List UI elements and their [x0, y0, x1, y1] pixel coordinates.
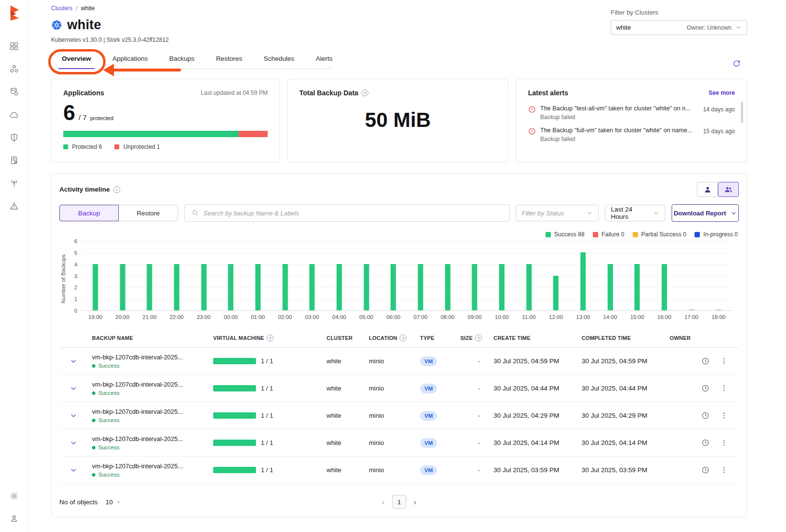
- backup-name[interactable]: vm-bkp-1207cdb-interval-2025...: [92, 435, 210, 443]
- clock-icon[interactable]: [701, 466, 710, 474]
- backup-count-bar[interactable]: [689, 309, 694, 310]
- kebab-menu-icon[interactable]: [720, 357, 728, 365]
- kebab-menu-icon[interactable]: [720, 411, 728, 420]
- tab-schedules[interactable]: Schedules: [253, 51, 305, 69]
- expand-row-chevron-icon[interactable]: [59, 439, 88, 447]
- backup-count-bar[interactable]: [553, 276, 559, 311]
- backup-count-bar[interactable]: [418, 264, 423, 310]
- tab-restores[interactable]: Restores: [205, 51, 253, 69]
- restore-toggle-button[interactable]: Restore: [119, 205, 178, 221]
- backup-count-bar[interactable]: [310, 264, 315, 310]
- create-time-cell: 30 Jul 2025, 04:44 PM: [484, 385, 574, 392]
- column-header[interactable]: VIRTUAL MACHINE?: [210, 335, 319, 341]
- backup-count-bar[interactable]: [499, 264, 504, 310]
- backup-count-bar[interactable]: [174, 264, 179, 310]
- backup-count-bar[interactable]: [391, 264, 396, 310]
- backup-name[interactable]: vm-bkp-1207cdb-interval-2025...: [92, 408, 210, 415]
- alert-item[interactable]: The Backup "test-all-vm" taken for clust…: [528, 105, 735, 121]
- backup-count-bar[interactable]: [201, 264, 206, 310]
- x-axis-tick-label: 03:00: [298, 314, 326, 320]
- expand-row-chevron-icon[interactable]: [59, 385, 88, 392]
- single-user-icon-button[interactable]: [697, 182, 718, 197]
- backup-count-bar[interactable]: [282, 264, 288, 310]
- kebab-menu-icon[interactable]: [720, 439, 728, 447]
- dashboard-icon[interactable]: [9, 41, 19, 51]
- page-size-select[interactable]: 10: [106, 498, 122, 506]
- kebab-menu-icon[interactable]: [720, 384, 728, 392]
- backup-name[interactable]: vm-bkp-1207cdb-interval-2025...: [92, 462, 210, 470]
- kebab-menu-icon[interactable]: [720, 466, 728, 474]
- breadcrumb-clusters-link[interactable]: Clusters: [51, 5, 73, 12]
- gear-icon[interactable]: [9, 491, 19, 501]
- multi-user-icon-button[interactable]: [718, 182, 739, 197]
- backup-count-bar[interactable]: [661, 264, 667, 310]
- expand-row-chevron-icon[interactable]: [59, 357, 88, 365]
- clock-icon[interactable]: [701, 439, 710, 447]
- backup-count-bar[interactable]: [120, 264, 125, 310]
- backup-count-bar[interactable]: [635, 264, 640, 310]
- y-axis-tick: 2: [74, 284, 77, 290]
- backup-count-bar[interactable]: [336, 264, 342, 310]
- status-filter-select[interactable]: Filter by Status: [516, 205, 599, 221]
- backup-count-bar[interactable]: [364, 264, 369, 310]
- alert-item[interactable]: The Backup "full-vm" taken for cluster "…: [528, 127, 735, 142]
- tab-backups[interactable]: Backups: [159, 51, 205, 69]
- backup-count-bar[interactable]: [526, 264, 531, 310]
- portworx-logo[interactable]: [6, 4, 22, 21]
- refresh-icon[interactable]: [732, 59, 741, 68]
- protection-progress-bar: [63, 131, 268, 137]
- tab-alerts[interactable]: Alerts: [305, 51, 344, 69]
- backup-restore-icon[interactable]: [9, 87, 19, 97]
- help-icon[interactable]: ?: [475, 335, 482, 341]
- download-report-button[interactable]: Download Report: [672, 204, 739, 222]
- column-header[interactable]: COMPLETED TIME: [574, 335, 659, 341]
- expand-row-chevron-icon[interactable]: [59, 412, 88, 420]
- search-input[interactable]: [203, 210, 503, 217]
- info-icon[interactable]: i: [113, 186, 120, 193]
- backup-count-bar[interactable]: [92, 264, 98, 310]
- tab-overview[interactable]: Overview: [51, 51, 102, 69]
- backup-count-bar[interactable]: [607, 264, 613, 310]
- backup-count-bar[interactable]: [228, 264, 234, 310]
- activity-tower-icon[interactable]: [9, 178, 19, 188]
- backup-toggle-button[interactable]: Backup: [59, 205, 119, 221]
- column-header[interactable]: LOCATION?: [361, 335, 412, 341]
- column-header[interactable]: OWNER: [659, 335, 739, 341]
- backup-count-bar[interactable]: [580, 252, 585, 310]
- backup-name[interactable]: vm-bkp-1207cdb-interval-2025...: [92, 381, 210, 388]
- clock-icon[interactable]: [701, 411, 710, 420]
- column-header[interactable]: SIZE?: [454, 335, 484, 341]
- tab-applications[interactable]: Applications: [102, 51, 159, 69]
- rules-icon[interactable]: [9, 156, 19, 165]
- column-header[interactable]: CREATE TIME: [484, 335, 574, 341]
- see-more-link[interactable]: See more: [709, 89, 735, 96]
- backup-count-bar[interactable]: [147, 264, 152, 310]
- current-page-button[interactable]: 1: [392, 495, 406, 509]
- help-icon[interactable]: ?: [267, 335, 274, 341]
- clusters-icon[interactable]: [9, 64, 19, 74]
- user-icon[interactable]: [9, 514, 19, 523]
- backup-count-bar[interactable]: [472, 264, 477, 310]
- help-icon[interactable]: ?: [362, 89, 368, 96]
- next-page-button[interactable]: ›: [414, 498, 417, 506]
- clock-icon[interactable]: [701, 384, 710, 392]
- help-icon[interactable]: ?: [400, 335, 406, 341]
- vm-progress-cell: 1 / 1: [210, 466, 319, 474]
- prev-page-button[interactable]: ‹: [382, 498, 385, 506]
- cluster-select[interactable]: white Owner: Unknown: [611, 20, 747, 35]
- cloud-icon[interactable]: [9, 110, 19, 120]
- expand-row-chevron-icon[interactable]: [59, 466, 88, 474]
- backup-name[interactable]: vm-bkp-1207cdb-interval-2025...: [92, 354, 210, 361]
- backup-count-bar[interactable]: [716, 309, 721, 310]
- alerts-scrollbar[interactable]: [741, 102, 743, 123]
- clock-icon[interactable]: [701, 357, 710, 365]
- backup-count-bar[interactable]: [445, 264, 450, 310]
- warning-triangle-icon[interactable]: [9, 201, 19, 211]
- time-range-select[interactable]: Last 24 Hours: [605, 205, 665, 221]
- column-header[interactable]: TYPE: [412, 335, 454, 341]
- column-header[interactable]: CLUSTER: [319, 335, 361, 341]
- legend-item: In-progress 0: [695, 231, 738, 238]
- shield-icon[interactable]: [9, 133, 19, 142]
- column-header[interactable]: BACKUP NAME: [88, 335, 210, 341]
- backup-count-bar[interactable]: [255, 264, 260, 310]
